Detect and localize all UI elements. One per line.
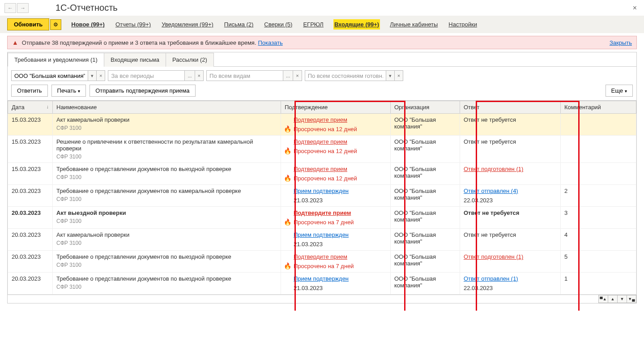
cell-name: Решение о привлечении к ответственности … [53, 136, 281, 163]
cell-answer: Ответ отправлен (1)22.03.2023 [460, 273, 561, 295]
confirmation-status: Просрочено на 7 дней [294, 219, 387, 226]
nav-letters[interactable]: Письма (2) [223, 19, 255, 30]
answer-text: Ответ не требуется [464, 116, 516, 123]
scroll-top-icon[interactable]: ▀▲ [598, 295, 608, 303]
nav-reports[interactable]: Отчеты (99+) [115, 19, 152, 30]
cell-date: 15.03.2023 [8, 163, 53, 185]
nav-cabinets[interactable]: Личные кабинеты [389, 19, 439, 30]
nav-egrul[interactable]: ЕГРЮЛ [302, 19, 324, 30]
scroll-down-icon[interactable]: ▼ [617, 295, 627, 303]
table-row[interactable]: 15.03.2023Акт камеральной проверкиСФР 31… [8, 114, 636, 136]
table-row[interactable]: 20.03.2023Акт камеральной проверкиСФР 31… [8, 229, 636, 251]
cell-org: ООО "Большая компания" [391, 229, 460, 251]
filter-period-dots[interactable]: ... [184, 71, 194, 81]
cell-org: ООО "Большая компания" [391, 136, 460, 163]
cell-org: ООО "Большая компания" [391, 114, 460, 136]
table-row[interactable]: 20.03.2023Требование о представлении док… [8, 251, 636, 273]
chevron-down-icon[interactable]: ▾ [88, 71, 96, 81]
answer-text: Ответ не требуется [464, 138, 516, 145]
answer-link[interactable]: Ответ отправлен (4) [464, 188, 518, 194]
send-confirmations-button[interactable]: Отправить подтверждения приема [90, 85, 195, 97]
cell-confirmation: 🔥Подтвердите приемПросрочено на 12 дней [281, 114, 391, 136]
fire-icon: 🔥 [284, 218, 291, 226]
cell-confirmation: Прием подтвержден21.03.2023 [281, 229, 391, 251]
cell-org: ООО "Большая компания" [391, 185, 460, 207]
nav-forward-button[interactable]: → [17, 3, 29, 13]
col-confirmation[interactable]: Подтверждение [281, 101, 391, 114]
nav-reconciliations[interactable]: Сверки (5) [263, 19, 293, 30]
confirmation-link[interactable]: Подтвердите прием [294, 209, 351, 216]
confirmation-link[interactable]: Подтвердите прием [294, 253, 347, 260]
filter-state-clear[interactable]: × [394, 71, 403, 81]
scroll-up-icon[interactable]: ▲ [608, 295, 618, 303]
nav-new[interactable]: Новое (99+) [70, 19, 106, 30]
cell-confirmation: Прием подтвержден21.03.2023 [281, 185, 391, 207]
tab-mailings[interactable]: Рассылки (2) [166, 53, 214, 67]
table-row[interactable]: 15.03.2023Требование о представлении док… [8, 163, 636, 185]
answer-link[interactable]: Ответ подготовлен (1) [464, 166, 523, 172]
close-icon[interactable]: × [630, 4, 640, 12]
table-row[interactable]: 20.03.2023Акт выездной проверкиСФР 3100🔥… [8, 207, 636, 229]
filter-period-clear[interactable]: × [195, 71, 203, 81]
answer-link[interactable]: Ответ отправлен (1) [464, 275, 518, 282]
more-button[interactable]: Еще▾ [606, 85, 633, 97]
col-org[interactable]: Организация [391, 101, 460, 114]
cell-date: 20.03.2023 [8, 207, 53, 229]
tab-requirements[interactable]: Требования и уведомления (1) [8, 53, 104, 67]
scroll-bottom-icon[interactable]: ▼▄ [627, 295, 636, 303]
confirmation-status: Просрочено на 7 дней [294, 263, 387, 269]
warning-show-link[interactable]: Показать [258, 39, 283, 46]
cell-name: Акт камеральной проверкиСФР 3100 [53, 229, 281, 251]
cell-confirmation: Прием подтвержден21.03.2023 [281, 273, 391, 295]
table-row[interactable]: 20.03.2023Требование о представлении док… [8, 185, 636, 207]
cell-name: Требование о представлении документов по… [53, 163, 281, 185]
col-answer[interactable]: Ответ [460, 101, 561, 114]
table-row[interactable]: 15.03.2023Решение о привлечении к ответс… [8, 136, 636, 163]
filter-org-input[interactable] [12, 71, 88, 81]
cell-answer: Ответ отправлен (4)22.03.2023 [460, 185, 561, 207]
warning-close-link[interactable]: Закрыть [610, 39, 632, 46]
cell-comment: 2 [561, 185, 636, 207]
confirmation-link[interactable]: Прием подтвержден [294, 231, 349, 238]
confirmation-link[interactable]: Подтвердите прием [294, 116, 347, 123]
confirmation-status: 21.03.2023 [294, 285, 387, 291]
filter-type-dots[interactable]: ... [283, 71, 293, 81]
confirmation-link[interactable]: Прием подтвержден [294, 188, 349, 194]
cell-date: 20.03.2023 [8, 251, 53, 273]
confirmation-status: Просрочено на 12 дней [294, 126, 387, 132]
confirmation-status: Просрочено на 12 дней [294, 148, 387, 154]
answer-link[interactable]: Ответ подготовлен (1) [464, 253, 523, 260]
col-date[interactable]: Дата↓ [8, 101, 53, 114]
confirmation-link[interactable]: Прием подтвержден [294, 275, 349, 282]
table-row[interactable]: 20.03.2023Требование о представлении док… [8, 273, 636, 295]
col-comment[interactable]: Комментарий [561, 101, 636, 114]
cell-date: 20.03.2023 [8, 273, 53, 295]
filter-state-input[interactable] [305, 71, 386, 81]
filter-type-clear[interactable]: × [293, 71, 301, 81]
nav-notifications[interactable]: Уведомления (99+) [161, 19, 214, 30]
filter-type: ... × [206, 70, 302, 81]
filter-period-input[interactable] [108, 71, 184, 81]
confirmation-status: Просрочено на 12 дней [294, 175, 387, 182]
tab-bar: Требования и уведомления (1) Входящие пи… [8, 52, 636, 67]
cell-org: ООО "Большая компания" [391, 273, 460, 295]
print-button[interactable]: Печать▾ [51, 85, 86, 97]
answer-date: 22.03.2023 [464, 197, 557, 204]
nav-back-button[interactable]: ← [4, 3, 16, 13]
gear-icon[interactable]: ⚙ [50, 19, 61, 30]
cell-date: 20.03.2023 [8, 185, 53, 207]
nav-settings[interactable]: Настройки [448, 19, 478, 30]
cell-name: Требование о представлении документов по… [53, 273, 281, 295]
chevron-down-icon[interactable]: ▾ [386, 71, 394, 81]
reply-button[interactable]: Ответить [11, 85, 48, 97]
confirmation-link[interactable]: Подтвердите прием [294, 138, 347, 145]
confirmation-link[interactable]: Подтвердите прием [294, 166, 347, 172]
filter-type-input[interactable] [207, 71, 283, 81]
nav-incoming[interactable]: Входящие (99+) [333, 19, 380, 30]
col-name[interactable]: Наименование [53, 101, 281, 114]
refresh-button[interactable]: Обновить [7, 18, 49, 30]
cell-confirmation: 🔥Подтвердите приемПросрочено на 12 дней [281, 163, 391, 185]
cell-name: Акт выездной проверкиСФР 3100 [53, 207, 281, 229]
filter-org-clear[interactable]: × [96, 71, 105, 81]
tab-incoming-letters[interactable]: Входящие письма [104, 53, 166, 67]
